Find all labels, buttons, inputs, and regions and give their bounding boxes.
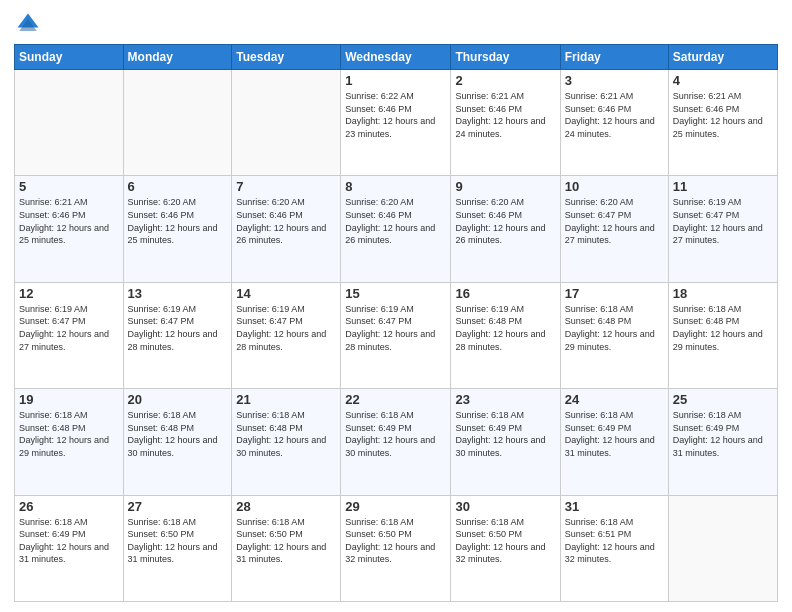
cell-info: Sunrise: 6:18 AM Sunset: 6:50 PM Dayligh…: [236, 516, 336, 566]
sunset-text: Sunset: 6:46 PM: [128, 210, 195, 220]
daylight-text: Daylight: 12 hours and 29 minutes.: [673, 329, 763, 352]
sunset-text: Sunset: 6:46 PM: [455, 210, 522, 220]
sunrise-text: Sunrise: 6:18 AM: [236, 517, 305, 527]
cell-info: Sunrise: 6:19 AM Sunset: 6:47 PM Dayligh…: [345, 303, 446, 353]
calendar-cell: 21 Sunrise: 6:18 AM Sunset: 6:48 PM Dayl…: [232, 389, 341, 495]
calendar-cell: 25 Sunrise: 6:18 AM Sunset: 6:49 PM Dayl…: [668, 389, 777, 495]
cell-info: Sunrise: 6:22 AM Sunset: 6:46 PM Dayligh…: [345, 90, 446, 140]
day-number: 14: [236, 286, 336, 301]
calendar-cell: 16 Sunrise: 6:19 AM Sunset: 6:48 PM Dayl…: [451, 282, 560, 388]
week-row-3: 12 Sunrise: 6:19 AM Sunset: 6:47 PM Dayl…: [15, 282, 778, 388]
header: [14, 10, 778, 38]
weekday-header-monday: Monday: [123, 45, 232, 70]
calendar-cell: [15, 70, 124, 176]
weekday-header-friday: Friday: [560, 45, 668, 70]
day-number: 19: [19, 392, 119, 407]
daylight-text: Daylight: 12 hours and 30 minutes.: [236, 435, 326, 458]
calendar-cell: 28 Sunrise: 6:18 AM Sunset: 6:50 PM Dayl…: [232, 495, 341, 601]
sunrise-text: Sunrise: 6:18 AM: [345, 410, 414, 420]
daylight-text: Daylight: 12 hours and 24 minutes.: [455, 116, 545, 139]
weekday-header-row: SundayMondayTuesdayWednesdayThursdayFrid…: [15, 45, 778, 70]
daylight-text: Daylight: 12 hours and 25 minutes.: [19, 223, 109, 246]
sunset-text: Sunset: 6:47 PM: [19, 316, 86, 326]
sunset-text: Sunset: 6:48 PM: [128, 423, 195, 433]
calendar-cell: 5 Sunrise: 6:21 AM Sunset: 6:46 PM Dayli…: [15, 176, 124, 282]
sunrise-text: Sunrise: 6:19 AM: [128, 304, 197, 314]
day-number: 26: [19, 499, 119, 514]
daylight-text: Daylight: 12 hours and 31 minutes.: [236, 542, 326, 565]
calendar-cell: 8 Sunrise: 6:20 AM Sunset: 6:46 PM Dayli…: [341, 176, 451, 282]
week-row-5: 26 Sunrise: 6:18 AM Sunset: 6:49 PM Dayl…: [15, 495, 778, 601]
day-number: 17: [565, 286, 664, 301]
sunrise-text: Sunrise: 6:20 AM: [128, 197, 197, 207]
sunrise-text: Sunrise: 6:22 AM: [345, 91, 414, 101]
daylight-text: Daylight: 12 hours and 28 minutes.: [236, 329, 326, 352]
sunrise-text: Sunrise: 6:20 AM: [345, 197, 414, 207]
day-number: 30: [455, 499, 555, 514]
daylight-text: Daylight: 12 hours and 31 minutes.: [565, 435, 655, 458]
daylight-text: Daylight: 12 hours and 26 minutes.: [455, 223, 545, 246]
sunrise-text: Sunrise: 6:18 AM: [236, 410, 305, 420]
calendar-cell: 10 Sunrise: 6:20 AM Sunset: 6:47 PM Dayl…: [560, 176, 668, 282]
cell-info: Sunrise: 6:18 AM Sunset: 6:50 PM Dayligh…: [345, 516, 446, 566]
sunset-text: Sunset: 6:46 PM: [236, 210, 303, 220]
calendar-cell: 14 Sunrise: 6:19 AM Sunset: 6:47 PM Dayl…: [232, 282, 341, 388]
daylight-text: Daylight: 12 hours and 32 minutes.: [565, 542, 655, 565]
calendar-cell: 24 Sunrise: 6:18 AM Sunset: 6:49 PM Dayl…: [560, 389, 668, 495]
cell-info: Sunrise: 6:18 AM Sunset: 6:51 PM Dayligh…: [565, 516, 664, 566]
calendar-cell: 11 Sunrise: 6:19 AM Sunset: 6:47 PM Dayl…: [668, 176, 777, 282]
calendar-cell: 20 Sunrise: 6:18 AM Sunset: 6:48 PM Dayl…: [123, 389, 232, 495]
cell-info: Sunrise: 6:18 AM Sunset: 6:49 PM Dayligh…: [673, 409, 773, 459]
sunrise-text: Sunrise: 6:19 AM: [345, 304, 414, 314]
calendar-cell: 29 Sunrise: 6:18 AM Sunset: 6:50 PM Dayl…: [341, 495, 451, 601]
calendar-cell: 31 Sunrise: 6:18 AM Sunset: 6:51 PM Dayl…: [560, 495, 668, 601]
sunset-text: Sunset: 6:47 PM: [236, 316, 303, 326]
sunset-text: Sunset: 6:49 PM: [19, 529, 86, 539]
sunrise-text: Sunrise: 6:18 AM: [565, 517, 634, 527]
week-row-4: 19 Sunrise: 6:18 AM Sunset: 6:48 PM Dayl…: [15, 389, 778, 495]
sunset-text: Sunset: 6:46 PM: [565, 104, 632, 114]
cell-info: Sunrise: 6:20 AM Sunset: 6:46 PM Dayligh…: [345, 196, 446, 246]
day-number: 25: [673, 392, 773, 407]
cell-info: Sunrise: 6:18 AM Sunset: 6:50 PM Dayligh…: [128, 516, 228, 566]
sunrise-text: Sunrise: 6:18 AM: [673, 410, 742, 420]
sunset-text: Sunset: 6:51 PM: [565, 529, 632, 539]
weekday-header-thursday: Thursday: [451, 45, 560, 70]
cell-info: Sunrise: 6:20 AM Sunset: 6:46 PM Dayligh…: [236, 196, 336, 246]
calendar-cell: 12 Sunrise: 6:19 AM Sunset: 6:47 PM Dayl…: [15, 282, 124, 388]
daylight-text: Daylight: 12 hours and 30 minutes.: [455, 435, 545, 458]
sunset-text: Sunset: 6:50 PM: [345, 529, 412, 539]
day-number: 9: [455, 179, 555, 194]
sunset-text: Sunset: 6:48 PM: [673, 316, 740, 326]
day-number: 18: [673, 286, 773, 301]
day-number: 20: [128, 392, 228, 407]
cell-info: Sunrise: 6:21 AM Sunset: 6:46 PM Dayligh…: [19, 196, 119, 246]
cell-info: Sunrise: 6:18 AM Sunset: 6:48 PM Dayligh…: [128, 409, 228, 459]
day-number: 15: [345, 286, 446, 301]
day-number: 6: [128, 179, 228, 194]
sunrise-text: Sunrise: 6:18 AM: [128, 410, 197, 420]
calendar-cell: 27 Sunrise: 6:18 AM Sunset: 6:50 PM Dayl…: [123, 495, 232, 601]
day-number: 16: [455, 286, 555, 301]
day-number: 31: [565, 499, 664, 514]
daylight-text: Daylight: 12 hours and 31 minutes.: [673, 435, 763, 458]
daylight-text: Daylight: 12 hours and 28 minutes.: [455, 329, 545, 352]
cell-info: Sunrise: 6:18 AM Sunset: 6:48 PM Dayligh…: [673, 303, 773, 353]
calendar-cell: 2 Sunrise: 6:21 AM Sunset: 6:46 PM Dayli…: [451, 70, 560, 176]
sunrise-text: Sunrise: 6:18 AM: [565, 410, 634, 420]
weekday-header-wednesday: Wednesday: [341, 45, 451, 70]
sunrise-text: Sunrise: 6:19 AM: [673, 197, 742, 207]
sunset-text: Sunset: 6:50 PM: [455, 529, 522, 539]
daylight-text: Daylight: 12 hours and 30 minutes.: [128, 435, 218, 458]
sunset-text: Sunset: 6:49 PM: [345, 423, 412, 433]
calendar-cell: 23 Sunrise: 6:18 AM Sunset: 6:49 PM Dayl…: [451, 389, 560, 495]
sunrise-text: Sunrise: 6:20 AM: [236, 197, 305, 207]
sunset-text: Sunset: 6:49 PM: [673, 423, 740, 433]
calendar-cell: 9 Sunrise: 6:20 AM Sunset: 6:46 PM Dayli…: [451, 176, 560, 282]
cell-info: Sunrise: 6:19 AM Sunset: 6:47 PM Dayligh…: [673, 196, 773, 246]
sunset-text: Sunset: 6:46 PM: [19, 210, 86, 220]
sunset-text: Sunset: 6:48 PM: [565, 316, 632, 326]
sunrise-text: Sunrise: 6:18 AM: [565, 304, 634, 314]
day-number: 3: [565, 73, 664, 88]
week-row-2: 5 Sunrise: 6:21 AM Sunset: 6:46 PM Dayli…: [15, 176, 778, 282]
